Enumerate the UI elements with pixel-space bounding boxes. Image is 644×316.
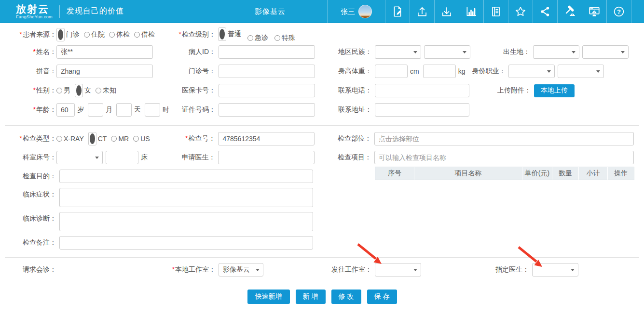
body-part-label: 检查部位： — [315, 134, 371, 143]
brand-logo[interactable]: 放射云 FangSheYun.com — [16, 4, 53, 19]
birthplace-label: 出生地： — [470, 48, 530, 56]
name-input[interactable] — [56, 45, 153, 59]
radio-dot — [134, 32, 140, 38]
workspace-title: 影像基云 — [255, 0, 286, 23]
patient-id-label: 病人ID： — [155, 48, 216, 56]
age-years-input[interactable] — [56, 103, 75, 117]
radio-source-physical-exam[interactable]: 体检 — [109, 30, 130, 39]
dept-bed-label: 科室床号： — [0, 153, 56, 162]
insurance-no-input[interactable] — [219, 84, 315, 97]
radio-level-normal[interactable]: 普通 — [218, 27, 241, 41]
gender-label: *性别： — [0, 86, 56, 95]
assigned-doctor-select[interactable] — [532, 263, 578, 276]
local-upload-button[interactable]: 本地上传 — [534, 84, 575, 97]
radio-type-ct[interactable]: CT — [88, 132, 107, 145]
age-months-input[interactable] — [88, 103, 103, 117]
identity-select[interactable] — [508, 65, 555, 78]
unit-bed: 床 — [141, 153, 148, 162]
radio-gender-male[interactable]: 男 — [56, 86, 70, 95]
chevron-down-icon — [596, 70, 600, 73]
local-studio-select[interactable]: 影像基云 — [219, 263, 263, 276]
region-select[interactable] — [375, 45, 421, 59]
region-ethnic-label: 地区民族： — [315, 48, 372, 56]
radio-type-mr[interactable]: MR — [111, 135, 129, 143]
phone-input[interactable] — [375, 84, 469, 97]
exam-purpose-input[interactable] — [59, 170, 313, 183]
column-header-seq: 序号 — [375, 167, 414, 180]
new-report-icon[interactable] — [385, 0, 410, 23]
ethnic-select[interactable] — [424, 45, 470, 59]
height-input[interactable] — [375, 65, 408, 78]
download-icon[interactable] — [434, 0, 459, 23]
patient-id-input[interactable] — [219, 45, 315, 59]
request-doctor-input[interactable] — [218, 151, 315, 164]
user-avatar[interactable] — [358, 5, 372, 18]
age-days-input[interactable] — [116, 103, 132, 117]
age-label: *年龄： — [0, 105, 56, 114]
header-toolbar: 张三 — [327, 0, 631, 23]
radio-gender-unknown[interactable]: 未知 — [96, 86, 116, 95]
radio-dot — [84, 32, 90, 38]
share-icon[interactable] — [533, 0, 557, 23]
save-button[interactable]: 保 存 — [367, 290, 397, 304]
cert-no-input[interactable] — [219, 103, 315, 117]
radio-type-us[interactable]: US — [133, 135, 150, 143]
exam-purpose-label: 检查目的： — [0, 172, 56, 181]
radio-dot-selected — [218, 27, 226, 41]
column-header-operation: 操作 — [607, 167, 634, 180]
radio-dot — [247, 35, 253, 41]
address-input[interactable] — [375, 103, 469, 117]
user-menu[interactable]: 张三 — [327, 0, 385, 23]
exam-info-section: *检查类型： X-RAY CT MR US *检查号： 科室床号： — [0, 132, 644, 250]
department-select[interactable] — [56, 151, 103, 164]
exam-items-input[interactable] — [374, 151, 634, 164]
radio-level-emergency[interactable]: 急诊 — [247, 34, 268, 42]
body-part-input[interactable] — [374, 132, 634, 145]
section-divider — [5, 125, 639, 126]
pinyin-input[interactable] — [56, 65, 153, 78]
user-name: 张三 — [341, 7, 355, 16]
birthplace-city-select[interactable] — [582, 45, 629, 59]
occupation-select[interactable] — [558, 65, 604, 78]
height-weight-label: 身高体重： — [315, 67, 372, 76]
action-bar: 快速新增 新 增 修 改 保 存 — [0, 290, 644, 304]
exam-remark-label: 检查备注： — [0, 238, 56, 247]
auction-icon[interactable] — [557, 0, 582, 23]
exam-no-input[interactable] — [218, 132, 315, 145]
patient-source-label: *患者来源： — [0, 30, 56, 39]
help-icon[interactable]: ? — [606, 0, 631, 23]
radio-dot — [133, 136, 139, 142]
address-label: 联系地址： — [315, 105, 372, 114]
radio-source-borrowed[interactable]: 借检 — [134, 30, 155, 39]
radio-source-outpatient[interactable]: 门诊 — [56, 28, 80, 41]
local-studio-label: *本地工作室： — [155, 265, 216, 274]
send-studio-select[interactable] — [375, 263, 421, 276]
add-button[interactable]: 新 增 — [296, 290, 326, 304]
radio-source-inpatient[interactable]: 住院 — [84, 30, 105, 39]
statistics-icon[interactable] — [459, 0, 483, 23]
radio-gender-female[interactable]: 女 — [75, 84, 91, 97]
logo-domain: FangSheYun.com — [16, 15, 53, 19]
radio-type-xray[interactable]: X-RAY — [56, 135, 84, 143]
clinical-symptoms-textarea[interactable] — [59, 188, 313, 207]
clinical-symptoms-label: 临床症状： — [0, 188, 56, 199]
radio-dot — [109, 32, 115, 38]
unit-cm: cm — [410, 67, 419, 75]
report-library-icon[interactable] — [483, 0, 508, 23]
outpatient-no-input[interactable] — [219, 65, 315, 78]
assigned-doctor-label: 指定医生： — [421, 265, 529, 274]
chevron-down-icon — [413, 269, 417, 271]
favorites-icon[interactable] — [508, 0, 533, 23]
birthplace-province-select[interactable] — [533, 45, 579, 59]
exam-remark-input[interactable] — [59, 236, 313, 250]
upload-icon[interactable] — [410, 0, 434, 23]
unit-kg: kg — [458, 67, 466, 75]
radio-level-special[interactable]: 特殊 — [274, 34, 295, 42]
remote-view-icon[interactable] — [582, 0, 606, 23]
modify-button[interactable]: 修 改 — [331, 290, 361, 304]
clinical-diagnosis-textarea[interactable] — [59, 212, 313, 231]
quick-add-button[interactable]: 快速新增 — [247, 290, 290, 304]
bed-no-input[interactable] — [106, 151, 138, 164]
weight-input[interactable] — [423, 65, 456, 78]
radio-dot — [96, 88, 101, 93]
